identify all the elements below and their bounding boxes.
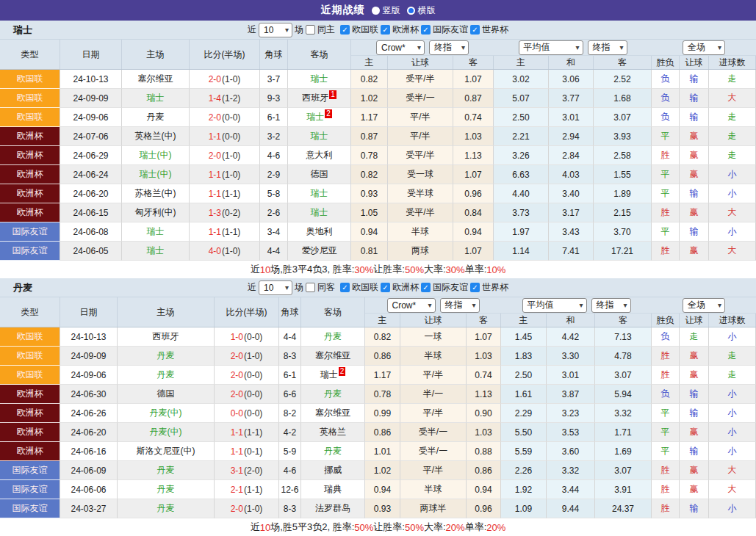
match-date: 24-06-16 [60,442,118,461]
competition-checkbox-3[interactable]: ✓ [470,25,480,35]
competition-checkbox-2[interactable]: ✓ [421,25,431,35]
header-group-selects: Crow*▾终指▾ [351,40,494,56]
odds-handicap: 半球 [400,347,467,366]
home-team-name: 丹麦(中) [150,426,182,438]
home-team-name-text: 丹麦 [157,465,175,475]
competition-label-0: 欧国联 [352,281,378,294]
home-team: 瑞士 [122,242,190,261]
score-halftime: (0-0) [222,131,240,142]
final-odds-select-value: 终指 [445,299,463,311]
score-halftime: (0-2) [222,208,240,218]
scope-select[interactable]: 全场▾ [683,40,725,55]
competition-checkbox-1[interactable]: ✓ [381,25,390,35]
header-group: 全场▾胜负让球进球数 [652,297,756,327]
match-row: 欧洲杯24-06-15匈牙利(中)1-3(0-2)2-6瑞士1.05受平/半0.… [0,203,756,222]
odds-away: 1.03 [453,127,494,146]
sub-column-header: 胜负 [652,56,680,69]
rank-badge: 2 [339,367,346,376]
away-team-name: 瑞士 [311,206,328,219]
away-team: 法罗群岛 [301,499,365,518]
odds-handicap: 受半/一 [400,423,467,442]
avg-home: 2.29 [501,404,547,423]
scope-select[interactable]: 全场▾ [683,298,725,313]
avg-draw: 3.87 [547,385,595,404]
score: 2-0(1-0) [215,347,279,366]
same-venue-checkbox[interactable] [306,283,315,292]
corners: 8-3 [279,499,301,518]
avg-final-odds-select[interactable]: 终指▾ [591,298,631,313]
competition-label-1: 欧洲杯 [392,281,419,294]
result-outcome: 负 [652,89,680,108]
score-fulltime: 1-1 [231,446,243,457]
away-team-name: 瑞士 [311,187,328,200]
odds-handicap: 受半球 [388,184,453,203]
header-group: 平均值▾终指▾主和客 [494,40,652,69]
radio-vertical-layout[interactable]: 竖版 [372,4,400,17]
away-team: 瑞士 [288,127,351,146]
sub-column-header: 客 [594,56,652,69]
final-odds-select[interactable]: 终指▾ [440,298,480,313]
match-row: 欧洲杯24-06-20苏格兰(中)1-1(1-1)5-8瑞士0.93受半球0.9… [0,184,756,203]
odds-home: 1.17 [365,366,400,385]
odds-away: 0.84 [453,203,494,222]
score: 4-0(1-0) [190,242,260,261]
summary-text: 让胜率: [373,263,405,276]
score-halftime: (1-1) [244,485,262,495]
competition-label-3: 世界杯 [482,23,508,36]
competition-checkbox-3[interactable]: ✓ [470,283,480,292]
avg-home: 1.97 [494,222,549,242]
score: 2-0(0-0) [190,108,260,127]
odds-handicap: 平/半 [400,366,467,385]
avg-final-odds-select[interactable]: 终指▾ [588,40,627,55]
tables-container: 瑞士近10▾场同主✓欧国联✓欧洲杯✓国际友谊✓世界杯类型日期主场比分(半场)角球… [0,21,756,536]
away-team-name-text: 瑞典 [324,484,342,494]
result-handicap: 输 [680,404,709,423]
match-count-select[interactable]: 10▾ [259,280,292,295]
home-team-name-text: 丹麦 [157,350,175,361]
result-goals: 小 [709,165,756,184]
bookmaker-select[interactable]: Crow*▾ [376,40,425,55]
result-goals: 大 [709,461,756,480]
header-group-selects: 平均值▾终指▾ [494,40,652,56]
average-select[interactable]: 平均值▾ [519,40,583,55]
avg-draw: 4.03 [549,165,594,184]
match-count-select[interactable]: 10▾ [259,23,292,37]
result-outcome: 负 [652,70,680,89]
odds-away: 0.74 [467,366,501,385]
competition-checkbox-0[interactable]: ✓ [340,25,350,35]
away-team-name-text: 英格兰 [320,427,346,437]
competition-checkbox-2[interactable]: ✓ [421,283,431,292]
header-group-selects: 全场▾ [652,297,756,314]
header-group: 平均值▾终指▾主和客 [501,297,652,327]
competition-checkbox-1[interactable]: ✓ [381,283,390,292]
corners: 6-6 [279,385,301,404]
away-team: 奥地利 [288,222,351,242]
column-header: 日期 [60,297,118,327]
chevron-down-icon: ▾ [472,302,475,309]
chevron-down-icon: ▾ [619,44,623,51]
result-handicap: 赢 [680,146,709,165]
competition-checkbox-0[interactable]: ✓ [340,283,350,292]
home-team-name: 匈牙利(中) [135,206,176,219]
home-team-name-text: 瑞士 [147,245,165,256]
competition-label-2: 国际友谊 [433,281,468,294]
match-row: 欧国联24-09-09瑞士1-4(1-2)9-3西班牙11.02受半/一0.87… [0,89,756,108]
radio-horizontal-layout[interactable]: 横版 [407,4,436,17]
away-team: 塞尔维亚 [301,404,365,423]
sub-column-header: 主 [501,314,547,327]
home-team-name: 瑞士(中) [140,149,172,162]
bookmaker-select[interactable]: Crow*▾ [387,298,436,313]
odds-home: 0.78 [365,385,400,404]
score-halftime: (1-1) [244,427,262,438]
radio-vertical-icon[interactable] [372,7,380,15]
result-goals: 走 [709,70,756,89]
away-team-name: 丹麦 [324,388,342,400]
radio-horizontal-icon[interactable] [407,7,415,15]
odds-away: 0.87 [453,89,494,108]
same-venue-checkbox[interactable] [306,25,315,35]
odds-away: 0.86 [467,461,501,480]
odds-away: 0.74 [453,108,494,127]
away-team-name-text: 瑞士 [320,369,338,380]
average-select[interactable]: 平均值▾ [522,298,587,313]
final-odds-select[interactable]: 终指▾ [429,40,469,55]
